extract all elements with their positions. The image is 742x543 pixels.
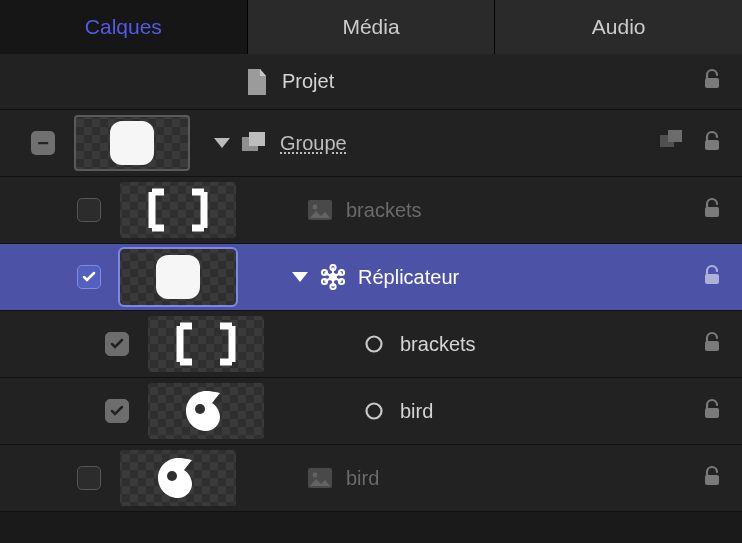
replicator-icon bbox=[320, 264, 346, 290]
svg-point-17 bbox=[322, 270, 327, 275]
row-replicator-cell-bird[interactable]: bird bbox=[0, 378, 742, 445]
svg-rect-26 bbox=[705, 341, 719, 351]
visibility-checkbox[interactable] bbox=[77, 466, 101, 490]
replicator-cell-icon bbox=[364, 401, 384, 421]
tab-label: Média bbox=[342, 15, 399, 39]
svg-line-22 bbox=[325, 277, 334, 282]
row-replicator[interactable]: Réplicateur bbox=[0, 244, 742, 311]
svg-point-14 bbox=[339, 279, 344, 284]
row-label: bird bbox=[346, 467, 379, 490]
image-icon bbox=[308, 468, 332, 488]
svg-point-11 bbox=[330, 274, 336, 280]
svg-rect-24 bbox=[705, 274, 719, 284]
svg-point-25 bbox=[367, 337, 382, 352]
row-label: Groupe bbox=[280, 132, 347, 155]
group-icon bbox=[242, 132, 268, 154]
svg-point-16 bbox=[322, 279, 327, 284]
svg-point-32 bbox=[313, 473, 318, 478]
row-replicator-cell-brackets[interactable]: brackets bbox=[0, 311, 742, 378]
svg-rect-3 bbox=[249, 132, 265, 146]
project-file-icon bbox=[246, 69, 268, 95]
tab-label: Calques bbox=[85, 15, 162, 39]
disclosure-triangle-icon[interactable] bbox=[292, 272, 308, 282]
row-group[interactable]: − Groupe bbox=[0, 110, 742, 177]
svg-rect-9 bbox=[705, 207, 719, 217]
row-label: brackets bbox=[400, 333, 476, 356]
filters-icon[interactable] bbox=[660, 130, 686, 157]
svg-rect-4 bbox=[660, 135, 674, 147]
tab-layers[interactable]: Calques bbox=[0, 0, 248, 54]
svg-rect-5 bbox=[668, 130, 682, 142]
layers-list: Projet − Groupe bbox=[0, 54, 742, 512]
lock-icon[interactable] bbox=[700, 196, 724, 225]
disclosure-triangle-icon[interactable] bbox=[214, 138, 230, 148]
svg-rect-0 bbox=[705, 78, 719, 88]
layer-thumbnail[interactable] bbox=[148, 316, 264, 372]
svg-rect-10 bbox=[156, 255, 200, 299]
visibility-checkbox[interactable] bbox=[77, 265, 101, 289]
svg-point-13 bbox=[339, 270, 344, 275]
layers-panel-tabs: Calques Média Audio bbox=[0, 0, 742, 54]
layer-thumbnail[interactable] bbox=[120, 182, 236, 238]
svg-rect-33 bbox=[705, 475, 719, 485]
svg-point-15 bbox=[330, 284, 335, 289]
svg-rect-29 bbox=[705, 408, 719, 418]
svg-rect-7 bbox=[308, 200, 332, 220]
layer-thumbnail[interactable] bbox=[120, 249, 236, 305]
visibility-toggle[interactable]: − bbox=[31, 131, 55, 155]
row-project[interactable]: Projet bbox=[0, 54, 742, 110]
tab-audio[interactable]: Audio bbox=[495, 0, 742, 54]
lock-icon[interactable] bbox=[700, 397, 724, 426]
lock-icon[interactable] bbox=[700, 330, 724, 359]
svg-point-28 bbox=[367, 404, 382, 419]
svg-rect-2 bbox=[242, 137, 258, 151]
row-label: brackets bbox=[346, 199, 422, 222]
svg-rect-1 bbox=[110, 121, 154, 165]
visibility-checkbox[interactable] bbox=[105, 332, 129, 356]
row-label: Projet bbox=[282, 70, 334, 93]
tab-media[interactable]: Média bbox=[248, 0, 496, 54]
svg-point-30 bbox=[167, 471, 177, 481]
lock-icon[interactable] bbox=[700, 67, 724, 96]
svg-rect-6 bbox=[705, 140, 719, 150]
row-label: Réplicateur bbox=[358, 266, 459, 289]
layer-thumbnail[interactable] bbox=[148, 383, 264, 439]
lock-icon[interactable] bbox=[700, 129, 724, 158]
svg-point-27 bbox=[195, 404, 205, 414]
lock-icon[interactable] bbox=[700, 263, 724, 292]
row-label: bird bbox=[400, 400, 433, 423]
layer-thumbnail[interactable] bbox=[120, 450, 236, 506]
visibility-checkbox[interactable] bbox=[77, 198, 101, 222]
row-bird-disabled[interactable]: bird bbox=[0, 445, 742, 512]
row-brackets-disabled[interactable]: brackets bbox=[0, 177, 742, 244]
svg-point-8 bbox=[313, 205, 318, 210]
lock-icon[interactable] bbox=[700, 464, 724, 493]
visibility-checkbox[interactable] bbox=[105, 399, 129, 423]
svg-rect-31 bbox=[308, 468, 332, 488]
svg-point-12 bbox=[330, 265, 335, 270]
layer-thumbnail[interactable] bbox=[74, 115, 190, 171]
svg-line-23 bbox=[325, 273, 334, 278]
image-icon bbox=[308, 200, 332, 220]
replicator-cell-icon bbox=[364, 334, 384, 354]
svg-line-19 bbox=[333, 273, 342, 278]
svg-line-20 bbox=[333, 277, 342, 282]
tab-label: Audio bbox=[592, 15, 646, 39]
